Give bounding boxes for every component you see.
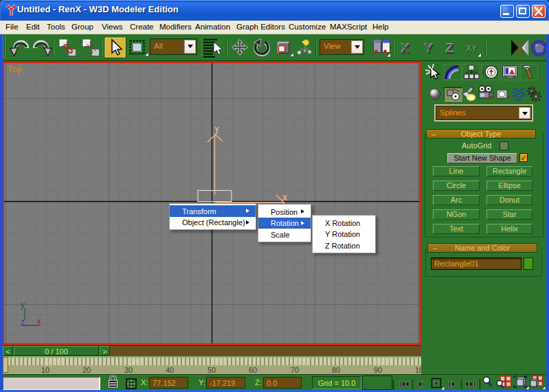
svg-text:XY: XY xyxy=(466,44,477,54)
svg-text:Z: Z xyxy=(446,41,454,56)
svg-text:X: X xyxy=(401,41,410,56)
svg-text:Y: Y xyxy=(425,41,434,56)
